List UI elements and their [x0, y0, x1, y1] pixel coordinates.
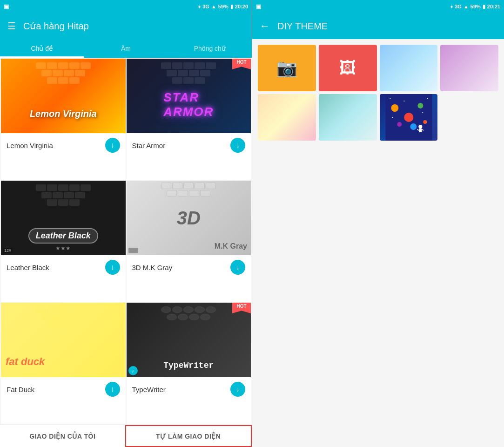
tab-phong-chu[interactable]: Phông chữ — [168, 39, 252, 58]
theme-info-lemon: Lemon Virginia ↓ — [1, 133, 126, 157]
music-icon: ♪ — [128, 366, 138, 375]
svg-point-5 — [397, 122, 402, 127]
svg-point-1 — [391, 104, 398, 112]
keyboard-preview-typewriter — [128, 306, 249, 320]
space-svg — [380, 94, 438, 141]
keyboard-preview-fatduck — [3, 306, 124, 328]
svg-point-7 — [390, 98, 390, 99]
download-btn-lemon[interactable]: ↓ — [105, 138, 120, 153]
theme-name-leather: Leather Black — [7, 264, 49, 271]
theme-preview-fatduck: fat duck — [1, 303, 126, 377]
download-btn-fatduck[interactable]: ↓ — [105, 382, 120, 397]
svg-point-12 — [418, 125, 422, 129]
tab-chu-de[interactable]: Chủ đề — [0, 39, 84, 58]
signal-text: 3G — [202, 4, 209, 9]
diy-thumb-space[interactable] — [380, 94, 438, 141]
lemon-label: Lemon Virginia — [30, 108, 97, 119]
mkgray-num: 12# — [128, 248, 138, 253]
svg-point-10 — [422, 112, 423, 113]
theme-name-star: Star Armor — [132, 142, 166, 149]
theme-card-lemon-virginia[interactable]: Lemon Virginia Lemon Virginia ↓ — [1, 59, 126, 180]
keyboard-preview-mkgray — [128, 183, 249, 196]
theme-info-mkgray: 3D M.K Gray ↓ — [127, 255, 251, 279]
svg-point-6 — [423, 120, 427, 124]
battery-text-right: 59% — [470, 4, 481, 9]
theme-info-leather: Leather Black ↓ — [1, 255, 126, 279]
wifi-icon-right: ♦ — [450, 4, 453, 9]
theme-preview-mkgray: 3D M.K Gray 12# — [127, 181, 251, 255]
wifi-icon: ♦ — [198, 4, 201, 9]
tab-am[interactable]: Âm — [84, 39, 168, 58]
diy-grid: 📷 🖼 — [252, 39, 504, 146]
diy-thumb-floral[interactable] — [258, 94, 316, 141]
diy-content: 📷 🖼 — [252, 39, 504, 447]
svg-rect-13 — [419, 129, 422, 132]
diy-thumb-clouds[interactable] — [380, 45, 438, 91]
svg-point-8 — [403, 101, 404, 102]
theme-name-lemon: Lemon Virginia — [7, 142, 53, 149]
left-panel: ▣ ♦ 3G ▲ 59% ▮ 20:20 ☰ Cửa hàng Hitap Ch… — [0, 0, 252, 447]
theme-card-mk-gray[interactable]: 3D M.K Gray 12# 3D M.K Gray ↓ — [127, 181, 251, 302]
diy-theme-button[interactable]: TỰ LÀM GIAO DIỆN — [125, 425, 252, 447]
theme-preview-typewriter: TypeWriter HOT ♪ — [127, 303, 251, 377]
my-theme-button[interactable]: GIAO DIỆN CỦA TÔI — [0, 425, 125, 447]
battery-text: 59% — [218, 4, 228, 9]
tabs-bar: Chủ đề Âm Phông chữ — [0, 39, 252, 58]
signal-bars-right: ▲ — [464, 4, 469, 9]
diy-thumb-camera[interactable]: 📷 — [258, 45, 316, 91]
image-icon: 🖼 — [339, 58, 356, 78]
fatduck-label: fat duck — [6, 356, 45, 368]
theme-card-star-armor[interactable]: STARARMOR HOT Star Armor ↓ — [127, 59, 251, 180]
status-icons-right: ♦ 3G ▲ 59% ▮ 20:21 — [450, 4, 500, 10]
status-bar-left: ▣ ♦ 3G ▲ 59% ▮ 20:20 — [0, 0, 252, 13]
svg-point-4 — [410, 123, 417, 130]
signal-text-right: 3G — [455, 4, 462, 9]
theme-card-fat-duck[interactable]: fat duck Fat Duck ↓ — [1, 303, 126, 424]
menu-icon[interactable]: ☰ — [7, 20, 16, 32]
status-icon-right: ▣ — [256, 3, 261, 10]
time-right: 20:21 — [487, 4, 500, 9]
theme-preview-lemon: Lemon Virginia — [1, 59, 126, 133]
star-label: STARARMOR — [163, 90, 214, 119]
diy-thumb-teal[interactable] — [319, 94, 377, 141]
page-title-right: DIY THEME — [277, 21, 328, 32]
typewriter-label: TypeWriter — [163, 361, 214, 370]
battery-icon: ▮ — [230, 4, 233, 10]
back-icon[interactable]: ← — [260, 20, 270, 32]
theme-info-fatduck: Fat Duck ↓ — [1, 377, 126, 401]
keyboard-preview-star — [128, 62, 249, 84]
theme-card-leather-black[interactable]: Leather Black ★★★ 12# Leather Black ↓ — [1, 181, 126, 302]
diy-thumb-empty — [440, 94, 498, 141]
time-left: 20:20 — [235, 4, 248, 9]
theme-name-mkgray: 3D M.K Gray — [132, 264, 173, 271]
status-icons-left: ♦ 3G ▲ 59% ▮ 20:20 — [198, 4, 248, 10]
mk-gray-label: M.K Gray — [215, 242, 247, 251]
camera-icon: 📷 — [276, 58, 297, 78]
header-right: ← DIY THEME — [252, 13, 504, 39]
signal-bars-icon: ▲ — [211, 4, 216, 9]
theme-card-typewriter[interactable]: TypeWriter HOT ♪ TypeWriter ↓ — [127, 303, 251, 424]
download-btn-leather[interactable]: ↓ — [105, 260, 120, 275]
page-title-left: Cửa hàng Hitap — [23, 20, 89, 32]
download-btn-mkgray[interactable]: ↓ — [230, 260, 245, 275]
diy-thumb-purple[interactable] — [440, 45, 498, 91]
download-btn-star[interactable]: ↓ — [230, 138, 245, 153]
theme-name-typewriter: TypeWriter — [132, 386, 166, 393]
leather-label: Leather Black — [28, 228, 98, 244]
status-icon-left: ▣ — [4, 3, 9, 10]
theme-info-star: Star Armor ↓ — [127, 133, 251, 157]
svg-point-11 — [392, 117, 393, 118]
svg-point-9 — [427, 98, 428, 99]
diy-thumb-image[interactable]: 🖼 — [319, 45, 377, 91]
bottom-bar: GIAO DIỆN CỦA TÔI TỰ LÀM GIAO DIỆN — [0, 425, 252, 447]
theme-preview-leather: Leather Black ★★★ 12# — [1, 181, 126, 255]
mk-3d-label: 3D — [177, 208, 201, 229]
right-panel: ▣ ♦ 3G ▲ 59% ▮ 20:21 ← DIY THEME 📷 🖼 — [252, 0, 504, 447]
themes-grid: Lemon Virginia Lemon Virginia ↓ STARARMO… — [0, 58, 252, 425]
svg-point-2 — [404, 113, 413, 122]
keyboard-preview-leather — [3, 184, 124, 206]
theme-info-typewriter: TypeWriter ↓ — [127, 377, 251, 401]
download-btn-typewriter[interactable]: ↓ — [230, 382, 245, 397]
theme-name-fatduck: Fat Duck — [7, 386, 34, 393]
battery-icon-right: ▮ — [483, 4, 485, 10]
